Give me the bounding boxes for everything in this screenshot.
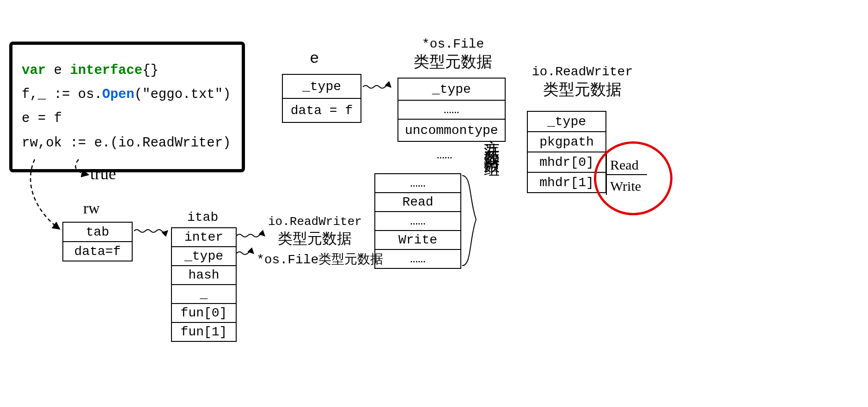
code-l2-pre: f,_ := os.: [22, 87, 102, 102]
code-line-4: rw,ok := e.(io.ReadWriter): [22, 131, 232, 155]
rw-struct-table: tab data=f: [62, 222, 133, 261]
methods-d1: ……: [375, 174, 461, 193]
iorw-mhdr0-cell: mhdr[0]: [527, 152, 606, 172]
true-label: true: [90, 164, 116, 183]
e-label: e: [310, 50, 319, 67]
kw-open: Open: [102, 87, 134, 102]
itab-type-cell: _type: [171, 247, 236, 266]
itab-label: itab: [187, 210, 218, 225]
itab-struct-table: inter _type hash _ fun[0] fun[1]: [171, 227, 237, 342]
type-meta-text-3: 类型元数据: [518, 79, 647, 100]
kw-var: var: [22, 63, 46, 78]
itab-underscore-cell: _: [171, 285, 236, 304]
kw-interface: interface: [70, 63, 142, 78]
methods-d2: ……: [375, 212, 461, 231]
osfile-dots-cell: ……: [398, 100, 505, 119]
itab-fun0-cell: fun[0]: [171, 304, 236, 322]
e-type-cell: _type: [282, 74, 361, 98]
e-data-cell: data = f: [282, 98, 361, 122]
methods-d3: ……: [375, 249, 461, 268]
io-rw-text: io.ReadWriter: [268, 215, 362, 229]
e-struct-table: _type data = f: [282, 74, 361, 123]
code-line-2: f,_ := os.Open("eggo.txt"): [22, 83, 232, 107]
rw-tab-cell: tab: [63, 222, 132, 242]
methods-read: Read: [375, 193, 461, 212]
osfile-ellipsis: ……: [437, 148, 452, 162]
osfile-header: *os.File 类型元数据: [402, 37, 504, 73]
inter-arrow-target: io.ReadWriter 类型元数据: [268, 215, 362, 249]
itab-hash-cell: hash: [171, 266, 236, 285]
code-snippet-box: var e interface{} f,_ := os.Open("eggo.t…: [9, 42, 245, 172]
code-e: e: [46, 63, 70, 78]
iorw-header: io.ReadWriter 类型元数据: [518, 65, 647, 100]
code-braces: {}: [142, 63, 159, 78]
code-line-1: var e interface{}: [22, 59, 232, 83]
osfile-text: *os.File: [402, 37, 504, 51]
type-meta-text-1: 类型元数据: [278, 231, 352, 248]
methods-table: …… Read …… Write ……: [374, 173, 461, 269]
iorw-text: io.ReadWriter: [518, 65, 647, 79]
methods-write: Write: [375, 231, 461, 249]
red-circle-highlight: [594, 141, 672, 215]
type-meta-text-2: 类型元数据: [402, 51, 504, 73]
methods-array-label: 方法元数据数组: [481, 127, 502, 153]
code-line-3: e = f: [22, 107, 232, 131]
osfile-meta-text: *os.File类型元数据: [257, 253, 383, 267]
itab-inter-cell: inter: [171, 228, 236, 247]
osfile-type-cell: _type: [398, 78, 505, 100]
type-arrow-target: *os.File类型元数据: [257, 250, 383, 268]
iorw-type-cell: _type: [527, 111, 606, 132]
rw-data-cell: data=f: [63, 242, 132, 261]
code-l2-post: ("eggo.txt"): [134, 87, 231, 102]
rw-label: rw: [83, 200, 100, 217]
iorw-pkgpath-cell: pkgpath: [527, 132, 606, 152]
itab-fun1-cell: fun[1]: [171, 322, 236, 341]
